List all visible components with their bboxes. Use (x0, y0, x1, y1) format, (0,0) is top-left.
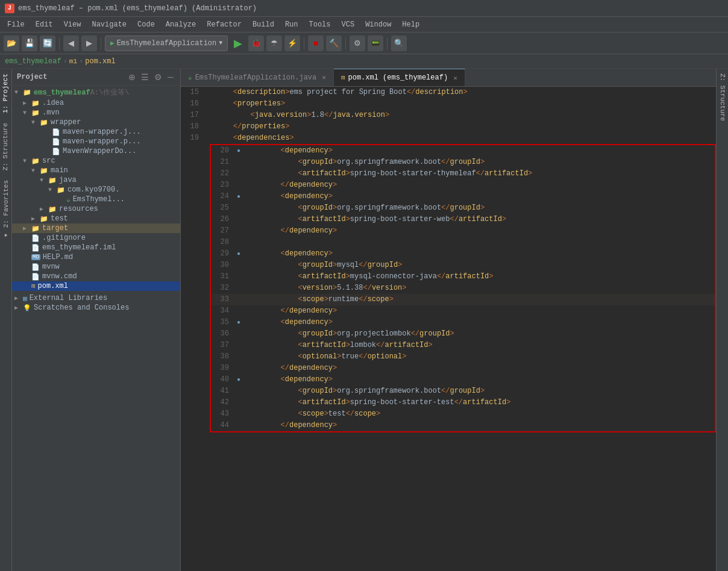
scratches-label: Scratches and Consoles (34, 304, 129, 312)
tab-pom[interactable]: m pom.xml (ems_thymeleaf) ✕ (334, 69, 465, 86)
fold-marker-33 (234, 294, 243, 305)
resources-label: resources (59, 205, 98, 213)
code-content-28 (243, 237, 715, 248)
code-line-43: 43 <scope>test</scope> (210, 408, 716, 420)
main-folder-icon: 📁 (40, 167, 48, 175)
tree-item-maven-wrapper-j[interactable]: 📄 maven-wrapper.j... (12, 127, 180, 137)
tree-item-idea[interactable]: ▶ 📁 .idea (12, 98, 180, 108)
menu-tools[interactable]: Tools (304, 19, 336, 30)
code-line-16: 16 <properties> (181, 98, 716, 110)
tree-item-external-libs[interactable]: ▶ ▦ External Libraries (12, 293, 180, 303)
help-icon: MD (31, 254, 40, 260)
menu-help[interactable]: Help (397, 19, 424, 30)
menu-navigate[interactable]: Navigate (87, 19, 131, 30)
menu-view[interactable]: View (59, 19, 86, 30)
code-line-22: 22 <artifactId>spring-boot-starter-thyme… (210, 168, 716, 179)
terminal-button[interactable]: 📟 (368, 36, 383, 51)
code-line-29: 29● <dependency> (210, 248, 716, 260)
tree-item-maven-wrapper-p[interactable]: 📄 maven-wrapper.p... (12, 137, 180, 146)
tree-item-target[interactable]: ▶ 📁 target (12, 223, 180, 233)
breadcrumb-module[interactable]: m1 (69, 58, 77, 65)
tab-java[interactable]: ☕ EmsThymeleafApplication.java ✕ (181, 69, 334, 86)
java-label: java (59, 176, 77, 184)
tree-item-test[interactable]: ▶ 📁 test (12, 214, 180, 223)
tree-item-main[interactable]: ▼ 📁 main (12, 166, 180, 175)
stop-button[interactable]: ■ (308, 36, 324, 51)
menu-file[interactable]: File (2, 19, 30, 30)
toolbar-sep-5 (387, 37, 388, 49)
code-content-24: <dependency> (243, 191, 715, 202)
right-tab-structure[interactable]: Z: Structure (717, 69, 728, 126)
code-line-35: 35● <dependency> (210, 317, 716, 328)
project-minimize-btn[interactable]: ─ (166, 72, 175, 83)
menu-vcs[interactable]: VCS (337, 19, 360, 30)
profile-button[interactable]: ⚡ (284, 36, 300, 51)
menu-window[interactable]: Window (360, 19, 396, 30)
menu-refactor[interactable]: Refactor (202, 19, 246, 30)
toolbar-back-btn[interactable]: ◀ (63, 36, 79, 51)
gitignore-icon: 📄 (31, 234, 40, 242)
menu-run[interactable]: Run (280, 19, 303, 30)
target-arrow: ▶ (23, 225, 31, 232)
tab-pom-close[interactable]: ✕ (453, 74, 457, 82)
code-editor[interactable]: 15 <description>ems project for Spring B… (181, 87, 716, 571)
tree-item-emsthymel[interactable]: ☕ EmsThymel... (12, 195, 180, 204)
toolbar-save-btn[interactable]: 💾 (22, 36, 37, 51)
menu-edit[interactable]: Edit (31, 19, 58, 30)
tree-item-mvn[interactable]: ▼ 📁 .mvn (12, 108, 180, 117)
breadcrumb-project[interactable]: ems_thymeleaf (5, 57, 61, 66)
tree-item-src[interactable]: ▼ 📁 src (12, 156, 180, 166)
title-bar: J ems_thymeleaf – pom.xml (ems_thymeleaf… (0, 0, 728, 17)
menu-build[interactable]: Build (248, 19, 279, 30)
sdk-button[interactable]: ⚙ (350, 36, 365, 51)
project-add-btn[interactable]: ⊕ (127, 72, 137, 83)
tab-java-close[interactable]: ✕ (322, 73, 326, 81)
com-arrow: ▼ (48, 187, 57, 193)
menu-code[interactable]: Code (133, 19, 160, 30)
breadcrumb-file[interactable]: pom.xml (85, 57, 115, 66)
sidebar-tab-structure[interactable]: Z: Structure (0, 118, 11, 175)
code-line-20: 20● <dependency> (210, 144, 716, 157)
menu-analyze[interactable]: Analyze (161, 19, 201, 30)
code-line-36: 36 <groupId>org.projectlombok</groupId> (210, 328, 716, 340)
toolbar-refresh-btn[interactable]: 🔄 (40, 36, 55, 51)
project-collapse-btn[interactable]: ☰ (139, 72, 151, 83)
tree-item-maven-wrapper-do[interactable]: 📄 MavenWrapperDo... (12, 146, 180, 156)
tree-item-pom[interactable]: m pom.xml (12, 281, 180, 291)
tree-item-mvnwcmd[interactable]: 📄 mvnw.cmd (12, 272, 180, 281)
scratches-arrow: ▶ (14, 304, 23, 311)
tree-item-mvnw[interactable]: 📄 mvnw (12, 262, 180, 272)
toolbar-open-btn[interactable]: 📂 (4, 36, 19, 51)
tree-item-help[interactable]: MD HELP.md (12, 252, 180, 262)
code-content-32: <version>5.1.38</version> (243, 282, 715, 294)
run-config-selector[interactable]: ▶ EmsThymeleafApplication ▼ (105, 36, 228, 51)
toolbar-sep-1 (59, 37, 60, 49)
debug-button[interactable]: 🐞 (248, 36, 264, 51)
search-button[interactable]: 🔍 (391, 36, 407, 51)
fold-marker-22 (234, 168, 243, 179)
tree-item-resources[interactable]: ▶ 📁 resources (12, 204, 180, 214)
tree-item-scratches[interactable]: ▶ 💡 Scratches and Consoles (12, 303, 180, 313)
tree-item-iml[interactable]: 📄 ems_thymeleaf.iml (12, 243, 180, 252)
tree-item-gitignore[interactable]: 📄 .gitignore (12, 233, 180, 243)
code-line-33: 33 <scope>runtime</scope> (210, 294, 716, 305)
code-line-34: 34 </dependency> (210, 305, 716, 317)
tree-item-wrapper[interactable]: ▼ 📁 wrapper (12, 117, 180, 127)
build-button[interactable]: 🔨 (326, 36, 342, 51)
toolbar-forward-btn[interactable]: ▶ (81, 36, 97, 51)
tree-item-com[interactable]: ▼ 📁 com.kyo9700. (12, 185, 180, 195)
project-settings-btn[interactable]: ⚙ (152, 72, 164, 83)
sidebar-tab-favorites[interactable]: ★ 2: Favorites (0, 175, 11, 245)
run-button[interactable]: ▶ (230, 36, 246, 51)
sidebar-tab-project[interactable]: 1: Project (0, 69, 11, 118)
resources-folder-icon: 📁 (48, 205, 57, 213)
extlibs-arrow: ▶ (14, 295, 23, 302)
code-line-23: 23 </dependency> (210, 179, 716, 191)
tree-item-java[interactable]: ▼ 📁 java (12, 175, 180, 185)
fold-marker-23 (234, 179, 243, 191)
code-content-27: </dependency> (243, 225, 715, 237)
fold-marker-36 (234, 328, 243, 340)
coverage-button[interactable]: ☂ (266, 36, 282, 51)
idea-folder-icon: 📁 (31, 99, 40, 107)
tree-item-root[interactable]: ▼ 📁 ems_thymeleaf A:\作业等\ (12, 87, 180, 98)
